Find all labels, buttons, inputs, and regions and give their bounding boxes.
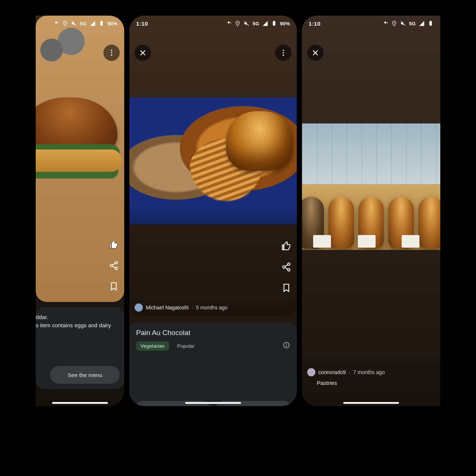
like-button[interactable]: [281, 241, 292, 251]
home-indicator: [185, 402, 241, 404]
share-button[interactable]: [109, 260, 119, 271]
avatar: [135, 303, 143, 312]
close-button[interactable]: [135, 45, 151, 61]
status-bar: 1:10 5G 90%: [129, 16, 297, 31]
bookmark-button[interactable]: [281, 283, 292, 293]
see-menu-button[interactable]: See the menu: [50, 366, 120, 384]
svg-point-6: [111, 55, 112, 56]
location-icon: [62, 20, 68, 26]
mute-icon: [244, 20, 250, 26]
svg-point-14: [283, 50, 284, 51]
vpn-key-icon: [382, 20, 388, 26]
photo-card[interactable]: Michael Nagatoshi · 5 months ago: [129, 16, 297, 317]
svg-point-17: [287, 263, 290, 266]
location-icon: [391, 20, 397, 26]
svg-point-4: [111, 50, 112, 51]
phone-screen-1: 5G 90%: [36, 16, 124, 406]
status-bar: 5G 90%: [36, 16, 124, 31]
svg-point-8: [110, 264, 113, 267]
svg-point-19: [287, 268, 290, 271]
signal-icon: [262, 20, 268, 26]
bakery-photo: [302, 123, 440, 250]
svg-point-0: [65, 22, 66, 23]
network-label: 5G: [409, 21, 416, 26]
svg-rect-2: [100, 21, 103, 26]
food-photo: [129, 97, 297, 224]
svg-rect-12: [273, 21, 276, 26]
item-title: Pain Au Chocolat: [136, 329, 290, 337]
photo-age: 5 months ago: [196, 305, 228, 311]
tag-vegetarian: Vegetarian: [136, 341, 169, 351]
photo-age: 7 months ago: [353, 369, 385, 375]
svg-rect-25: [430, 21, 432, 26]
item-description: ddar. s item contains eggs and dairy: [36, 307, 124, 329]
author-name: connorado9: [318, 369, 346, 375]
home-indicator: [52, 402, 108, 404]
svg-rect-3: [101, 21, 102, 22]
home-indicator: [343, 402, 399, 404]
item-info-panel: Pain Au Chocolat Vegetarian Popular Sugg…: [129, 322, 297, 406]
like-button[interactable]: [109, 239, 119, 250]
item-info-panel: ddar. s item contains eggs and dairy See…: [36, 307, 124, 389]
info-icon[interactable]: [283, 341, 290, 349]
signal-icon: [419, 20, 425, 26]
svg-point-7: [115, 261, 118, 264]
svg-point-16: [283, 55, 284, 56]
battery-label: 90%: [107, 21, 118, 26]
network-label: 5G: [80, 21, 87, 26]
battery-label: 90%: [280, 21, 290, 26]
mute-icon: [71, 20, 77, 26]
battery-icon: [271, 20, 277, 26]
close-button[interactable]: [307, 45, 324, 61]
vpn-key-icon: [53, 20, 59, 26]
overflow-button[interactable]: [103, 45, 120, 61]
avatar: [307, 368, 315, 376]
bookmark-button[interactable]: [109, 281, 119, 292]
tag-popular: Popular: [173, 341, 199, 351]
svg-rect-13: [274, 21, 275, 22]
photo-card[interactable]: connorado9 · 7 months ago Pastries: [302, 16, 440, 406]
photo-attribution[interactable]: connorado9 · 7 months ago: [307, 368, 385, 376]
share-button[interactable]: [281, 262, 292, 272]
svg-point-18: [283, 266, 285, 268]
item-tags: Vegetarian Popular: [136, 341, 290, 351]
svg-rect-26: [430, 21, 431, 22]
svg-point-5: [111, 52, 112, 54]
clock: 1:10: [136, 20, 148, 27]
overflow-button[interactable]: [275, 45, 292, 61]
location-icon: [235, 20, 241, 26]
vpn-key-icon: [226, 20, 232, 26]
network-label: 5G: [253, 21, 259, 26]
svg-rect-21: [286, 344, 287, 347]
svg-point-15: [283, 52, 284, 54]
clock: 1:10: [309, 20, 321, 27]
svg-point-9: [115, 267, 118, 270]
svg-point-23: [394, 22, 395, 23]
author-name: Michael Nagatoshi: [146, 305, 189, 311]
photo-caption: Pastries: [317, 380, 337, 386]
signal-icon: [90, 20, 96, 26]
mute-icon: [400, 20, 406, 26]
screenshot-triptych: 5G 90%: [0, 0, 476, 476]
status-bar: 1:10 5G: [302, 16, 440, 31]
svg-rect-22: [286, 343, 287, 344]
phone-screen-2: 1:10 5G 90%: [129, 16, 297, 406]
battery-icon: [428, 20, 434, 26]
photo-attribution[interactable]: Michael Nagatoshi · 5 months ago: [135, 303, 228, 312]
svg-point-10: [237, 22, 238, 23]
photo-card[interactable]: [36, 16, 124, 302]
battery-icon: [99, 20, 104, 26]
phone-screen-3: 1:10 5G: [302, 16, 440, 406]
